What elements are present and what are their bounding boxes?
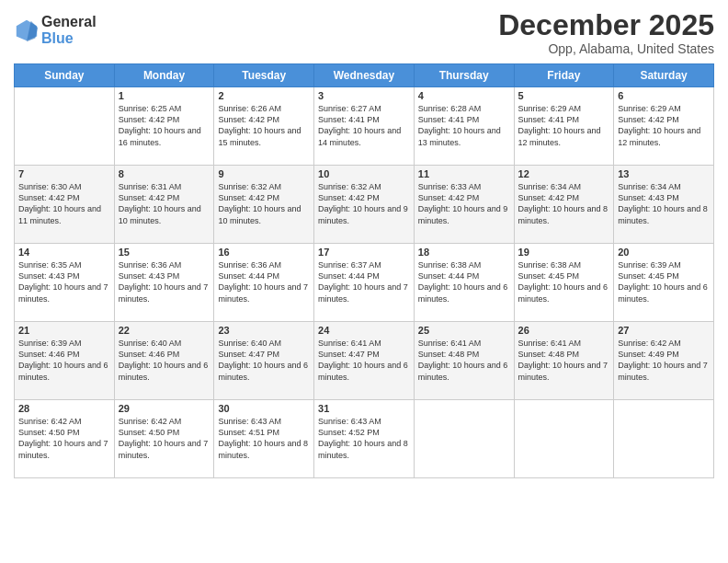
date-number: 28 (18, 403, 110, 414)
cell-daylight-info: Sunrise: 6:39 AM Sunset: 4:46 PM Dayligh… (18, 338, 110, 383)
date-number: 6 (618, 90, 710, 101)
logo-general-text: General (41, 14, 97, 30)
date-number: 17 (318, 247, 410, 258)
calendar-cell: 21Sunrise: 6:39 AM Sunset: 4:46 PM Dayli… (15, 322, 115, 400)
cell-daylight-info: Sunrise: 6:40 AM Sunset: 4:46 PM Dayligh… (119, 338, 210, 383)
date-number: 20 (618, 247, 710, 258)
cell-daylight-info: Sunrise: 6:39 AM Sunset: 4:45 PM Dayligh… (618, 259, 710, 304)
calendar-cell: 5Sunrise: 6:29 AM Sunset: 4:41 PM Daylig… (514, 87, 614, 166)
calendar-cell (614, 400, 714, 478)
calendar-cell: 20Sunrise: 6:39 AM Sunset: 4:45 PM Dayli… (614, 244, 714, 322)
week-row-4: 21Sunrise: 6:39 AM Sunset: 4:46 PM Dayli… (15, 322, 714, 400)
col-sunday: Sunday (15, 64, 115, 87)
cell-daylight-info: Sunrise: 6:38 AM Sunset: 4:44 PM Dayligh… (418, 259, 510, 304)
calendar-cell: 17Sunrise: 6:37 AM Sunset: 4:44 PM Dayli… (314, 244, 415, 322)
cell-daylight-info: Sunrise: 6:38 AM Sunset: 4:45 PM Dayligh… (518, 259, 610, 304)
calendar-cell: 25Sunrise: 6:41 AM Sunset: 4:48 PM Dayli… (414, 322, 514, 400)
date-number: 10 (318, 168, 410, 179)
calendar-cell: 7Sunrise: 6:30 AM Sunset: 4:42 PM Daylig… (15, 166, 115, 244)
date-number: 21 (18, 325, 110, 336)
date-number: 9 (218, 168, 310, 179)
week-row-1: 1Sunrise: 6:25 AM Sunset: 4:42 PM Daylig… (15, 87, 714, 166)
calendar-cell: 31Sunrise: 6:43 AM Sunset: 4:52 PM Dayli… (314, 400, 415, 478)
calendar-cell: 19Sunrise: 6:38 AM Sunset: 4:45 PM Dayli… (514, 244, 614, 322)
calendar-cell: 3Sunrise: 6:27 AM Sunset: 4:41 PM Daylig… (314, 87, 415, 166)
cell-daylight-info: Sunrise: 6:25 AM Sunset: 4:42 PM Dayligh… (119, 103, 210, 148)
calendar-cell: 14Sunrise: 6:35 AM Sunset: 4:43 PM Dayli… (15, 244, 115, 322)
date-number: 12 (518, 168, 610, 179)
cell-daylight-info: Sunrise: 6:36 AM Sunset: 4:43 PM Dayligh… (119, 259, 210, 304)
cell-daylight-info: Sunrise: 6:29 AM Sunset: 4:42 PM Dayligh… (618, 103, 710, 148)
calendar-cell: 23Sunrise: 6:40 AM Sunset: 4:47 PM Dayli… (214, 322, 314, 400)
date-number: 25 (418, 325, 510, 336)
date-number: 30 (218, 403, 310, 414)
cell-daylight-info: Sunrise: 6:41 AM Sunset: 4:47 PM Dayligh… (318, 338, 410, 383)
date-number: 26 (518, 325, 610, 336)
date-number: 7 (18, 168, 110, 179)
calendar-cell (414, 400, 514, 478)
cell-daylight-info: Sunrise: 6:41 AM Sunset: 4:48 PM Dayligh… (518, 338, 610, 383)
calendar-cell: 16Sunrise: 6:36 AM Sunset: 4:44 PM Dayli… (214, 244, 314, 322)
date-number: 18 (418, 247, 510, 258)
calendar-cell: 22Sunrise: 6:40 AM Sunset: 4:46 PM Dayli… (114, 322, 214, 400)
cell-daylight-info: Sunrise: 6:40 AM Sunset: 4:47 PM Dayligh… (218, 338, 310, 383)
cell-daylight-info: Sunrise: 6:42 AM Sunset: 4:50 PM Dayligh… (18, 416, 110, 461)
logo-icon (14, 17, 40, 43)
cell-daylight-info: Sunrise: 6:30 AM Sunset: 4:42 PM Dayligh… (18, 181, 110, 226)
calendar-cell: 6Sunrise: 6:29 AM Sunset: 4:42 PM Daylig… (614, 87, 714, 166)
date-number: 8 (119, 168, 210, 179)
calendar-cell: 12Sunrise: 6:34 AM Sunset: 4:42 PM Dayli… (514, 166, 614, 244)
cell-daylight-info: Sunrise: 6:37 AM Sunset: 4:44 PM Dayligh… (318, 259, 410, 304)
date-number: 23 (218, 325, 310, 336)
calendar-cell: 1Sunrise: 6:25 AM Sunset: 4:42 PM Daylig… (114, 87, 214, 166)
cell-daylight-info: Sunrise: 6:29 AM Sunset: 4:41 PM Dayligh… (518, 103, 610, 148)
calendar-cell: 13Sunrise: 6:34 AM Sunset: 4:43 PM Dayli… (614, 166, 714, 244)
cell-daylight-info: Sunrise: 6:35 AM Sunset: 4:43 PM Dayligh… (18, 259, 110, 304)
col-tuesday: Tuesday (214, 64, 314, 87)
date-number: 1 (119, 90, 210, 101)
cell-daylight-info: Sunrise: 6:32 AM Sunset: 4:42 PM Dayligh… (218, 181, 310, 226)
col-saturday: Saturday (614, 64, 714, 87)
calendar-cell: 8Sunrise: 6:31 AM Sunset: 4:42 PM Daylig… (114, 166, 214, 244)
logo-blue-text: Blue (41, 30, 97, 47)
date-number: 22 (119, 325, 210, 336)
date-number: 3 (318, 90, 410, 101)
week-row-2: 7Sunrise: 6:30 AM Sunset: 4:42 PM Daylig… (15, 166, 714, 244)
calendar-cell: 29Sunrise: 6:42 AM Sunset: 4:50 PM Dayli… (114, 400, 214, 478)
cell-daylight-info: Sunrise: 6:36 AM Sunset: 4:44 PM Dayligh… (218, 259, 310, 304)
header: General Blue December 2025 Opp, Alabama,… (14, 9, 714, 56)
cell-daylight-info: Sunrise: 6:26 AM Sunset: 4:42 PM Dayligh… (218, 103, 310, 148)
subtitle: Opp, Alabama, United States (498, 41, 714, 56)
calendar-cell: 27Sunrise: 6:42 AM Sunset: 4:49 PM Dayli… (614, 322, 714, 400)
date-number: 19 (518, 247, 610, 258)
calendar-cell (15, 87, 115, 166)
title-block: December 2025 Opp, Alabama, United State… (498, 9, 714, 56)
cell-daylight-info: Sunrise: 6:43 AM Sunset: 4:51 PM Dayligh… (218, 416, 310, 461)
header-row: Sunday Monday Tuesday Wednesday Thursday… (15, 64, 714, 87)
logo-text: General Blue (41, 14, 97, 46)
cell-daylight-info: Sunrise: 6:34 AM Sunset: 4:42 PM Dayligh… (518, 181, 610, 226)
date-number: 4 (418, 90, 510, 101)
calendar-cell: 18Sunrise: 6:38 AM Sunset: 4:44 PM Dayli… (414, 244, 514, 322)
date-number: 13 (618, 168, 710, 179)
calendar-cell (514, 400, 614, 478)
cell-daylight-info: Sunrise: 6:42 AM Sunset: 4:50 PM Dayligh… (119, 416, 210, 461)
calendar-cell: 26Sunrise: 6:41 AM Sunset: 4:48 PM Dayli… (514, 322, 614, 400)
calendar-cell: 11Sunrise: 6:33 AM Sunset: 4:42 PM Dayli… (414, 166, 514, 244)
date-number: 24 (318, 325, 410, 336)
cell-daylight-info: Sunrise: 6:28 AM Sunset: 4:41 PM Dayligh… (418, 103, 510, 148)
cell-daylight-info: Sunrise: 6:27 AM Sunset: 4:41 PM Dayligh… (318, 103, 410, 148)
main-title: December 2025 (498, 9, 714, 41)
date-number: 27 (618, 325, 710, 336)
cell-daylight-info: Sunrise: 6:33 AM Sunset: 4:42 PM Dayligh… (418, 181, 510, 226)
cell-daylight-info: Sunrise: 6:32 AM Sunset: 4:42 PM Dayligh… (318, 181, 410, 226)
col-thursday: Thursday (414, 64, 514, 87)
calendar-cell: 10Sunrise: 6:32 AM Sunset: 4:42 PM Dayli… (314, 166, 415, 244)
date-number: 14 (18, 247, 110, 258)
calendar-cell: 15Sunrise: 6:36 AM Sunset: 4:43 PM Dayli… (114, 244, 214, 322)
date-number: 15 (119, 247, 210, 258)
logo: General Blue (14, 14, 97, 46)
week-row-5: 28Sunrise: 6:42 AM Sunset: 4:50 PM Dayli… (15, 400, 714, 478)
calendar-cell: 9Sunrise: 6:32 AM Sunset: 4:42 PM Daylig… (214, 166, 314, 244)
cell-daylight-info: Sunrise: 6:42 AM Sunset: 4:49 PM Dayligh… (618, 338, 710, 383)
